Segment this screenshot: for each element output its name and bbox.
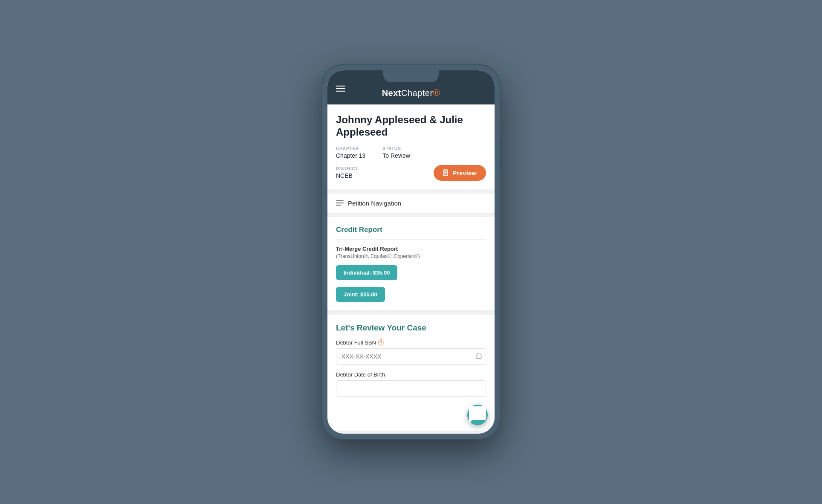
status-label: STATUS [382, 146, 410, 151]
joint-credit-button[interactable]: Joint: $55.00 [336, 287, 385, 302]
credit-report-product-name: Tri-Merge Credit Report [336, 246, 486, 252]
document-icon [443, 169, 449, 177]
dob-field-label: Debtor Date of Birth [336, 371, 486, 378]
district-label: DISTRICT [336, 166, 359, 171]
credit-report-card: Credit Report Tri-Merge Credit Report (T… [327, 217, 495, 310]
preview-label: Preview [452, 169, 477, 177]
credit-report-product-sub: (TransUnion®, Equifax®, Experian®) [336, 253, 486, 259]
district-meta: DISTRICT NCEB [336, 166, 359, 179]
case-header-section: Johnny Appleseed & Julie Appleseed CHAPT… [327, 104, 495, 189]
ssn-field-icon [476, 353, 482, 360]
ssn-help-icon[interactable]: ? [378, 339, 384, 345]
case-meta-row1: CHAPTER Chapter 13 STATUS To Review [336, 146, 486, 159]
petition-navigation-bar[interactable]: Petition Navigation [327, 194, 495, 213]
chat-bubble-button[interactable] [467, 405, 488, 425]
ssn-input[interactable] [336, 348, 486, 365]
credit-report-title: Credit Report [336, 226, 486, 240]
ssn-input-wrapper [336, 348, 486, 365]
review-case-title: Let's Review Your Case [336, 323, 486, 333]
phone-device: NextChapter® Johnny Appleseed & Julie Ap… [321, 64, 501, 440]
chapter-value: Chapter 13 [336, 152, 365, 159]
individual-credit-button[interactable]: Individual: $35.00 [336, 265, 397, 280]
chapter-label: CHAPTER [336, 146, 365, 151]
case-name: Johnny Appleseed & Julie Appleseed [336, 114, 486, 139]
hamburger-menu-icon[interactable] [336, 86, 345, 92]
status-value: To Review [382, 152, 410, 159]
ssn-field-label: Debtor Full SSN ? [336, 339, 486, 346]
preview-button[interactable]: Preview [434, 165, 486, 181]
phone-content[interactable]: Johnny Appleseed & Julie Appleseed CHAPT… [327, 104, 495, 434]
dob-input-wrapper [336, 380, 486, 397]
app-logo: NextChapter® [382, 87, 440, 98]
phone-notch [383, 70, 439, 82]
chapter-meta: CHAPTER Chapter 13 [336, 146, 365, 159]
case-meta-row2: DISTRICT NCEB Preview [336, 165, 486, 181]
petition-nav-label: Petition Navigation [348, 200, 401, 207]
status-meta: STATUS To Review [382, 146, 410, 159]
nav-menu-icon [336, 200, 344, 206]
phone-screen: NextChapter® Johnny Appleseed & Julie Ap… [327, 70, 495, 434]
district-value: NCEB [336, 172, 359, 179]
dob-input[interactable] [336, 380, 486, 397]
svg-rect-4 [476, 355, 481, 358]
